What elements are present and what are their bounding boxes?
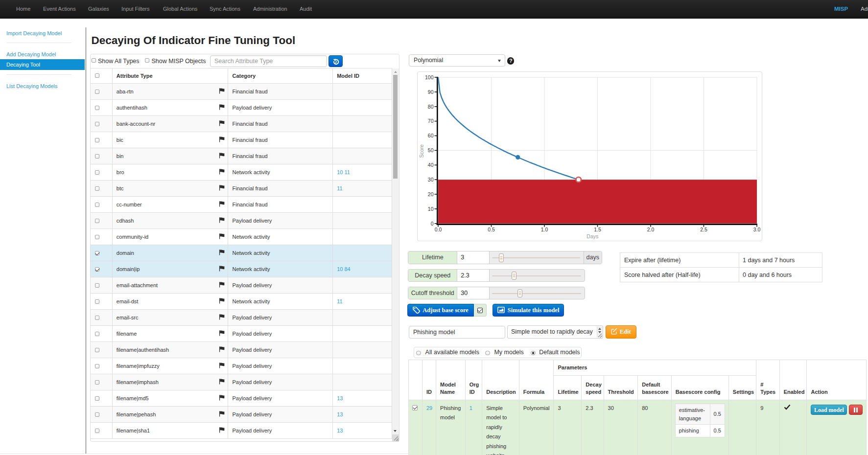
svg-text:3.0: 3.0 (753, 226, 761, 232)
svg-text:0: 0 (431, 220, 434, 226)
svg-text:30: 30 (428, 177, 434, 182)
svg-text:70: 70 (428, 118, 434, 124)
svg-text:0.5: 0.5 (488, 226, 495, 232)
svg-text:0.0: 0.0 (435, 226, 442, 232)
svg-text:Days: Days (586, 233, 598, 239)
svg-text:80: 80 (428, 103, 434, 109)
svg-text:2.5: 2.5 (700, 226, 707, 232)
svg-text:1.0: 1.0 (541, 226, 548, 232)
svg-text:60: 60 (428, 133, 434, 138)
svg-text:10: 10 (428, 205, 434, 211)
svg-text:40: 40 (428, 162, 434, 168)
svg-text:1.5: 1.5 (594, 226, 601, 232)
svg-text:20: 20 (428, 191, 434, 197)
svg-text:2.0: 2.0 (647, 226, 655, 232)
svg-text:90: 90 (428, 89, 434, 94)
svg-text:100: 100 (425, 74, 434, 80)
svg-text:50: 50 (428, 147, 434, 153)
svg-text:Score: Score (419, 144, 424, 158)
